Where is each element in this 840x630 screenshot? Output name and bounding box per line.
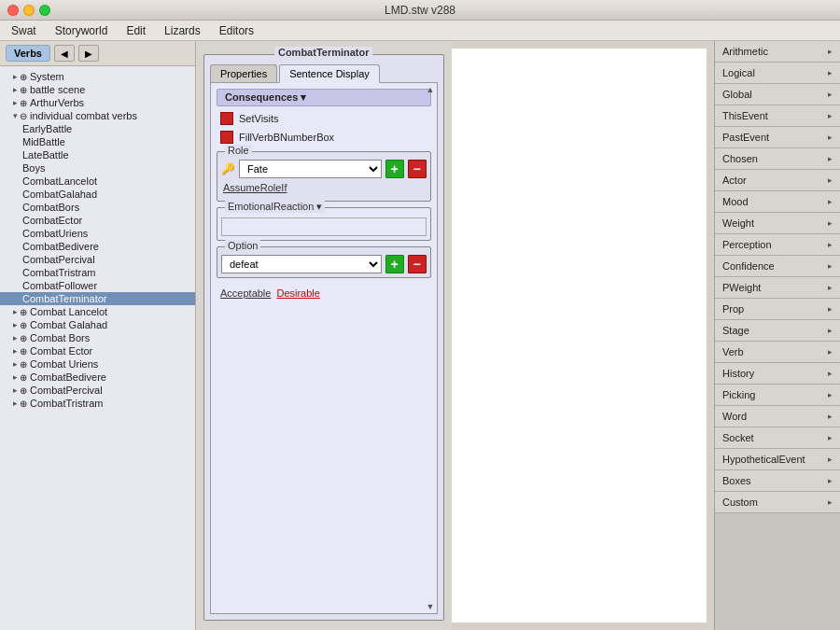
right-btn-logical[interactable]: Logical ▸ [715,63,840,84]
galahad-icon: ⊕ [20,320,27,330]
chevron-right-icon: ▸ [828,218,833,228]
right-btn-arithmetic[interactable]: Arithmetic ▸ [715,41,840,63]
consequences-header[interactable]: Consequences ▾ [217,89,431,106]
tree-item-combat-tristram[interactable]: ▸ ⊕ CombatTristram [0,397,195,410]
tree-item-arthur-verbs[interactable]: ▸ ⊕ ArthurVerbs [0,96,195,109]
right-btn-hypothetical-event[interactable]: HypotheticalEvent ▸ [715,449,840,470]
chevron-right-icon: ▸ [828,111,833,120]
right-btn-this-event[interactable]: ThisEvent ▸ [715,105,840,127]
chevron-right-icon: ▸ [828,197,833,206]
close-button[interactable] [7,5,19,16]
tree-item-combat-ector[interactable]: ▸ ⊕ Combat Ector [0,344,195,357]
right-btn-boxes[interactable]: Boxes ▸ [715,470,840,492]
right-btn-verb[interactable]: Verb ▸ [715,342,840,363]
right-btn-past-event[interactable]: PastEvent ▸ [715,127,840,148]
center-panel: CombatTerminator Properties Sentence Dis… [196,41,452,630]
tree-item-individual-combat[interactable]: ▾ ⊖ individual combat verbs [0,109,195,122]
right-btn-history[interactable]: History ▸ [715,363,840,385]
tree-item-combat-percival-sub[interactable]: CombatPercival [0,253,195,266]
tree-item-combat-follower[interactable]: CombatFollower [0,279,195,292]
tree-item-combat-galahad-sub[interactable]: CombatGalahad [0,188,195,201]
tree-item-early-battle[interactable]: EarlyBattle [0,122,195,135]
tree-item-system[interactable]: ▸ ⊕ System [0,70,195,83]
right-btn-stage[interactable]: Stage ▸ [715,320,840,342]
right-btn-pweight[interactable]: PWeight ▸ [715,277,840,299]
tree-item-combat-bedivere[interactable]: ▸ ⊕ CombatBedivere [0,371,195,384]
menu-lizards[interactable]: Lizards [161,23,204,38]
verbs-tab[interactable]: Verbs [6,45,50,62]
chevron-right-icon: ▸ [828,347,833,357]
expand-icon: ▾ [13,111,18,120]
menu-swat[interactable]: Swat [7,23,40,38]
chevron-right-icon: ▸ [828,412,833,421]
chevron-right-icon: ▸ [828,154,833,163]
chevron-right-icon: ▸ [828,261,833,271]
chevron-right-icon: ▸ [828,133,833,142]
tree-area: ▸ ⊕ System ▸ ⊕ battle scene ▸ ⊕ ArthurVe… [0,66,195,630]
fill-verb-row: FillVerbBNumberBox [217,129,431,146]
right-btn-confidence[interactable]: Confidence ▸ [715,256,840,277]
tree-item-combat-uriens-sub[interactable]: CombatUriens [0,227,195,240]
right-btn-socket[interactable]: Socket ▸ [715,427,840,449]
lancelot-icon: ⊕ [20,307,27,317]
uriens-icon: ⊕ [20,359,27,370]
maximize-button[interactable] [39,5,50,16]
emotional-group-title[interactable]: EmotionalReaction ▾ [225,201,325,213]
tab-properties[interactable]: Properties [210,64,277,83]
nav-back-button[interactable]: ◀ [54,45,75,62]
role-dropdown[interactable]: Fate [239,160,382,178]
right-btn-chosen[interactable]: Chosen ▸ [715,148,840,170]
right-btn-actor[interactable]: Actor ▸ [715,170,840,191]
right-btn-picking[interactable]: Picking ▸ [715,385,840,406]
right-btn-custom[interactable]: Custom ▸ [715,492,840,513]
role-add-button[interactable]: + [385,160,404,178]
tree-item-combat-percival[interactable]: ▸ ⊕ CombatPercival [0,384,195,397]
option-remove-button[interactable]: − [408,255,427,273]
tree-item-combat-galahad[interactable]: ▸ ⊕ Combat Galahad [0,318,195,331]
tree-item-boys[interactable]: Boys [0,161,195,175]
set-visits-row: SetVisits [217,110,431,127]
chevron-right-icon: ▸ [828,326,833,335]
minimize-button[interactable] [23,5,35,16]
right-btn-global[interactable]: Global ▸ [715,84,840,105]
scroll-up-button[interactable]: ▲ [427,85,435,94]
tree-item-combat-bors-sub[interactable]: CombatBors [0,201,195,214]
tree-item-combat-tristram-sub[interactable]: CombatTristram [0,266,195,279]
menu-edit[interactable]: Edit [122,23,149,38]
menu-storyworld[interactable]: Storyworld [51,23,112,38]
tree-item-combat-lancelot-sub[interactable]: CombatLancelot [0,175,195,188]
option-dropdown[interactable]: defeat [221,255,382,273]
nav-forward-button[interactable]: ▶ [78,45,99,62]
chevron-right-icon: ▸ [828,68,833,77]
system-icon: ⊕ [20,72,27,82]
tree-item-mid-battle[interactable]: MidBattle [0,135,195,148]
right-btn-mood[interactable]: Mood ▸ [715,191,840,213]
emotional-input[interactable] [221,217,427,236]
tree-item-combat-bors[interactable]: ▸ ⊕ Combat Bors [0,331,195,344]
tree-item-combat-lancelot[interactable]: ▸ ⊕ Combat Lancelot [0,305,195,318]
role-group-title: Role [225,145,252,156]
right-btn-prop[interactable]: Prop ▸ [715,299,840,320]
tab-sentence-display[interactable]: Sentence Display [279,64,380,83]
tree-item-combat-ector-sub[interactable]: CombatEctor [0,214,195,227]
tree-item-combat-terminator[interactable]: CombatTerminator [0,292,195,305]
tree-item-combat-bedivere-sub[interactable]: CombatBedivere [0,240,195,253]
chevron-right-icon: ▸ [828,47,833,56]
role-remove-button[interactable]: − [408,160,427,178]
combat-box-title: CombatTerminator [274,47,373,58]
tree-item-combat-uriens[interactable]: ▸ ⊕ Combat Uriens [0,357,195,371]
window-controls[interactable] [7,5,50,16]
chevron-right-icon: ▸ [828,240,833,249]
tree-item-battle-scene[interactable]: ▸ ⊕ battle scene [0,83,195,96]
assume-role-label[interactable]: AssumeRoleIf [223,182,425,193]
option-add-button[interactable]: + [385,255,404,273]
tree-item-late-battle[interactable]: LateBattle [0,148,195,161]
menu-editors[interactable]: Editors [216,23,258,38]
scroll-down-button[interactable]: ▼ [427,602,435,611]
right-btn-perception[interactable]: Perception ▸ [715,234,840,256]
expand-icon: ▸ [13,346,18,356]
acceptable-label[interactable]: Acceptable [220,287,271,299]
right-btn-word[interactable]: Word ▸ [715,406,840,427]
desirable-label[interactable]: Desirable [276,287,319,299]
right-btn-weight[interactable]: Weight ▸ [715,213,840,234]
